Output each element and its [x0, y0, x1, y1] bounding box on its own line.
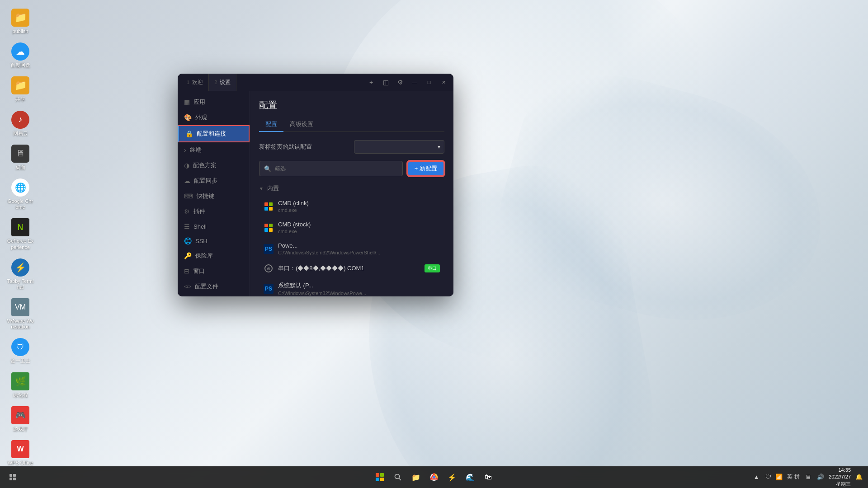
desktop-icon-shared[interactable]: 📁 共享 — [5, 75, 36, 104]
desktop-icon-security[interactable]: 🛡 金一卫士 — [5, 336, 36, 366]
sidebar-item-vault[interactable]: 🔑 保险库 — [178, 248, 250, 263]
search-input[interactable] — [275, 165, 398, 172]
taskbar-store-button[interactable]: 🛍 — [480, 469, 496, 485]
close-button[interactable]: ✕ — [437, 76, 450, 89]
sidebar-item-apps[interactable]: ▦ 应用 — [178, 94, 250, 110]
config-file-icon: </> — [184, 284, 191, 289]
taskbar-edge-button[interactable]: 🌊 — [462, 469, 478, 485]
tab-config[interactable]: 配置 — [259, 117, 283, 132]
desktop-icon-green[interactable]: 🌿 绿化程 — [5, 371, 36, 400]
notifications-button[interactable]: 🔔 — [854, 473, 863, 482]
builtin-header[interactable]: ▼ 内置 — [259, 183, 444, 196]
taskbar-clock[interactable]: 14:35 2022/7/27 星期三 — [829, 467, 851, 488]
sidebar-item-hotkeys[interactable]: ⌨ 快捷键 — [178, 188, 250, 204]
desktop-icon-vmware[interactable]: VM VMware Workstation — [5, 296, 36, 332]
expand-tray-button[interactable]: ▲ — [752, 473, 761, 482]
file-explorer-button[interactable]: 📁 — [408, 469, 424, 485]
cmd-clink-main-label: CMD (clink) — [278, 200, 440, 206]
desktop-icon-monitor[interactable]: 🖥 桌面 — [5, 143, 36, 172]
sidebar: ▦ 应用 🎨 外观 🔒 配置和连接 › 终端 ◑ 配色方案 — [178, 91, 250, 296]
tab-welcome[interactable]: 1 欢迎 — [181, 74, 209, 91]
svg-rect-5 — [380, 473, 384, 477]
config-list: CMD (clink) cmd.exe — [259, 196, 444, 296]
sidebar-item-ssh[interactable]: 🌐 SSH — [178, 234, 250, 248]
desktop-icon-game[interactable]: 🎮 游戏厅 — [5, 404, 36, 434]
new-config-button[interactable]: + 新配置 — [407, 161, 444, 176]
svg-rect-4 — [376, 473, 379, 477]
builtin-chevron-icon: ▼ — [259, 186, 264, 191]
split-button[interactable]: ◫ — [379, 76, 392, 89]
sidebar-item-plugins-label: 插件 — [193, 207, 205, 216]
security-icon: 🛡 — [16, 343, 24, 352]
desktop-icon-wps[interactable]: W WPS Office — [5, 438, 36, 468]
system-tray: ▲ 🛡 📶 — [752, 473, 783, 482]
settings-button[interactable]: ⚙ — [394, 76, 406, 89]
start-button[interactable] — [372, 469, 388, 485]
taskbar-tabby-button[interactable]: ⚡ — [444, 469, 460, 485]
search-button[interactable] — [390, 469, 406, 485]
sidebar-item-appearance[interactable]: 🎨 外观 — [178, 110, 250, 125]
serial-name: 串口：(◆◆8◆,◆◆◆◆) COM1 — [278, 264, 420, 272]
sidebar-item-profiles[interactable]: 🔒 配置和连接 — [178, 125, 250, 142]
sidebar-item-plugins[interactable]: ⚙ 插件 — [178, 204, 250, 219]
svg-rect-1 — [13, 474, 16, 477]
desktop-icon-security-label: 金一卫士 — [10, 358, 30, 364]
sidebar-item-color-scheme-label: 配色方案 — [193, 161, 217, 169]
system-default-name: 系统默认 (P... C:\Windows\System32\WindowsPo… — [278, 282, 440, 296]
config-item-cmd-stock[interactable]: CMD (stock) cmd.exe — [259, 217, 444, 238]
desktop-icon-music-label: 网易云 — [13, 131, 28, 136]
config-item-system-default[interactable]: PS 系统默认 (P... C:\Windows\System32\Window… — [259, 278, 444, 296]
config-item-cmd-clink[interactable]: CMD (clink) cmd.exe — [259, 196, 444, 216]
svg-rect-2 — [9, 478, 12, 480]
default-config-select[interactable]: ▾ — [354, 140, 444, 154]
globe-icon: ⊕ — [264, 264, 273, 272]
desktop-icon-baidu[interactable]: ☁ 百度网盘 — [5, 41, 36, 70]
system-default-sub-label: C:\Windows\System32\WindowsPowe... — [278, 291, 440, 296]
tray-security-icon[interactable]: 🛡 — [764, 473, 773, 482]
desktop-icon-publish[interactable]: 📁 publish — [5, 7, 36, 36]
sidebar-item-color-scheme[interactable]: ◑ 配色方案 — [178, 158, 250, 173]
vault-icon: 🔑 — [184, 252, 192, 259]
clock-date: 2022/7/27 — [829, 474, 851, 480]
maximize-button[interactable]: □ — [423, 76, 435, 89]
baidu-icon: ☁ — [16, 46, 25, 57]
ssh-icon: 🌐 — [184, 237, 192, 244]
tray-network-icon[interactable]: 📶 — [774, 473, 783, 482]
desktop-icon-chrome[interactable]: 🌐 Google Chrome — [5, 177, 36, 212]
taskbar-chrome-button[interactable] — [426, 469, 442, 485]
apps-icon: ▦ — [184, 99, 190, 106]
sidebar-item-shell-label: Shell — [193, 223, 207, 230]
sidebar-item-hotkeys-label: 快捷键 — [197, 192, 214, 200]
volume-icon[interactable]: 🔊 — [816, 473, 825, 482]
sidebar-item-ssh-label: SSH — [195, 238, 208, 244]
sidebar-item-config-file[interactable]: </> 配置文件 — [178, 279, 250, 294]
minimize-button[interactable]: — — [408, 76, 421, 89]
desktop-icon-tabby[interactable]: ⚡ Tabby Terminal — [5, 257, 36, 292]
taskbar-left — [5, 469, 21, 485]
desktop-icon-tabby-label: Tabby Terminal — [6, 278, 34, 290]
taskbar-center: 📁 ⚡ 🌊 🛍 — [372, 469, 496, 485]
sidebar-item-sync[interactable]: ☁ 配置同步 — [178, 173, 250, 188]
profiles-icon: 🔒 — [185, 130, 193, 137]
display-settings-icon[interactable]: 🖥 — [803, 473, 812, 482]
tab-advanced[interactable]: 高级设置 — [283, 117, 320, 132]
tabby-icon: ⚡ — [15, 262, 26, 273]
sidebar-item-window[interactable]: ⊟ 窗口 — [178, 263, 250, 279]
sidebar-item-appearance-label: 外观 — [195, 113, 207, 122]
system-default-icon: PS — [264, 284, 274, 294]
config-item-powershell[interactable]: PS Powe... C:\Windows\System32\WindowsPo… — [259, 239, 444, 259]
desktop-icon-music[interactable]: ♪ 网易云 — [5, 109, 36, 138]
config-item-serial[interactable]: ⊕ 串口：(◆◆8◆,◆◆◆◆) COM1 串口 — [259, 260, 444, 277]
sidebar-item-apps-label: 应用 — [193, 98, 205, 106]
hotkeys-icon: ⌨ — [184, 192, 193, 200]
show-desktop-button[interactable] — [5, 469, 21, 485]
new-tab-button[interactable]: + — [365, 76, 377, 89]
sidebar-item-shell[interactable]: ☰ Shell — [178, 219, 250, 234]
cmd-stock-main-label: CMD (stock) — [278, 221, 440, 228]
tab-settings[interactable]: 2 设置 — [209, 74, 236, 91]
desktop-icon-nvidia[interactable]: N GeForce Experience — [5, 216, 36, 252]
window-body: ▦ 应用 🎨 外观 🔒 配置和连接 › 终端 ◑ 配色方案 — [178, 91, 453, 296]
sidebar-item-terminal[interactable]: › 终端 — [178, 142, 250, 158]
desktop-icon-baidu-label: 百度网盘 — [10, 62, 30, 68]
game-icon: 🎮 — [15, 410, 25, 420]
